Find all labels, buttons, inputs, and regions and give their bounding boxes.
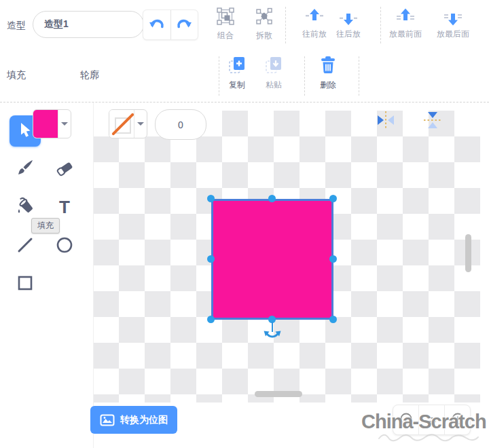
- toolbar-row-2: 填充 轮廓: [0, 51, 489, 102]
- circle-tool-button[interactable]: [49, 231, 80, 262]
- outline-label: 轮廓: [80, 69, 99, 81]
- signature-watermark: [378, 430, 479, 446]
- select-cursor-icon: [16, 121, 34, 141]
- ungroup-button[interactable]: 拆散: [247, 7, 282, 41]
- group-button[interactable]: 组合: [208, 7, 243, 41]
- rotation-handle[interactable]: [264, 331, 281, 343]
- tool-panel: T 填充: [0, 102, 94, 448]
- selected-shape[interactable]: [211, 199, 333, 320]
- undo-redo-group: [143, 10, 198, 40]
- drawing-canvas[interactable]: [93, 102, 489, 448]
- stroke-width-input[interactable]: [155, 109, 206, 140]
- redo-button[interactable]: [171, 10, 198, 39]
- line-icon: [16, 236, 34, 257]
- backward-label: 往后放: [336, 29, 361, 40]
- eraser-tool-button[interactable]: [49, 153, 80, 185]
- forward-label: 往前放: [302, 29, 327, 40]
- copy-label: 复制: [229, 79, 245, 91]
- chevron-down-icon: [61, 122, 68, 126]
- divider: [219, 56, 219, 96]
- front-icon: [396, 7, 415, 26]
- front-button[interactable]: 放最前面: [384, 7, 427, 40]
- back-icon: [443, 7, 463, 26]
- back-button[interactable]: 放最后面: [432, 7, 474, 40]
- front-label: 放最前面: [389, 29, 422, 40]
- chevron-down-icon: [137, 122, 144, 126]
- flip-horizontal-icon: [375, 109, 397, 134]
- outline-color-swatch[interactable]: [109, 110, 134, 138]
- paste-button[interactable]: 粘贴: [259, 56, 289, 91]
- back-label: 放最后面: [437, 29, 469, 40]
- convert-to-bitmap-button[interactable]: 转换为位图: [90, 406, 177, 434]
- selection-handle-w[interactable]: [207, 255, 215, 263]
- group-label: 组合: [217, 30, 234, 41]
- flip-vertical-button[interactable]: [420, 109, 445, 134]
- selection-handle-nw[interactable]: [207, 195, 215, 202]
- rectangle-icon: [16, 274, 34, 295]
- outline-color-dropdown[interactable]: [134, 110, 147, 138]
- fill-color-swatch[interactable]: [33, 110, 58, 138]
- outline-color-picker[interactable]: [109, 109, 147, 138]
- rectangle-tool-button[interactable]: [10, 269, 41, 300]
- selection-handle-e[interactable]: [329, 255, 337, 263]
- circle-icon: [56, 236, 73, 257]
- selection-handle-n[interactable]: [268, 195, 276, 202]
- divider: [380, 7, 381, 43]
- forward-icon: [305, 7, 324, 26]
- divider: [285, 7, 286, 43]
- delete-label: 删除: [320, 79, 336, 91]
- paint-toolbar: 造型: [0, 0, 489, 102]
- text-tool-icon: T: [59, 198, 70, 216]
- selection-handle-sw[interactable]: [207, 316, 215, 323]
- fill-tool-tooltip: 填充: [31, 218, 60, 234]
- convert-button-label: 转换为位图: [120, 414, 168, 426]
- trash-icon: [320, 56, 336, 77]
- bitmap-image-icon: [100, 414, 115, 426]
- copy-button[interactable]: 复制: [222, 56, 252, 91]
- flip-horizontal-button[interactable]: [374, 109, 398, 134]
- brush-icon: [16, 158, 35, 180]
- fill-color-dropdown[interactable]: [58, 110, 71, 138]
- divider: [359, 56, 359, 96]
- backward-button[interactable]: 往后放: [329, 7, 367, 40]
- horizontal-scrollbar[interactable]: [255, 391, 302, 397]
- redo-icon: [176, 17, 192, 33]
- selection-handle-se[interactable]: [329, 316, 337, 323]
- paste-icon: [265, 56, 283, 77]
- brush-tool-button[interactable]: [10, 153, 41, 185]
- undo-button[interactable]: [143, 10, 171, 39]
- fill-label: 填充: [7, 69, 26, 81]
- selection-handle-ne[interactable]: [329, 195, 337, 202]
- forward-button[interactable]: 往前放: [295, 7, 333, 40]
- line-tool-button[interactable]: [10, 231, 41, 262]
- undo-icon: [149, 17, 165, 33]
- delete-button[interactable]: 删除: [313, 56, 343, 91]
- fill-color-picker[interactable]: [33, 109, 71, 138]
- toolbar-row-1: 造型: [0, 0, 489, 51]
- costume-label: 造型: [7, 20, 26, 32]
- costume-name-input[interactable]: [33, 11, 144, 38]
- flip-vertical-icon: [422, 109, 443, 134]
- group-icon: [217, 7, 234, 28]
- backward-icon: [339, 7, 358, 26]
- eraser-icon: [55, 158, 74, 180]
- ungroup-label: 拆散: [256, 30, 272, 41]
- divider: [304, 56, 305, 96]
- paste-label: 粘贴: [266, 79, 282, 91]
- fill-bucket-icon: [16, 196, 35, 218]
- vertical-scrollbar[interactable]: [465, 234, 471, 272]
- ungroup-icon: [255, 7, 273, 28]
- copy-icon: [228, 56, 246, 77]
- paint-editor: 造型: [0, 0, 489, 448]
